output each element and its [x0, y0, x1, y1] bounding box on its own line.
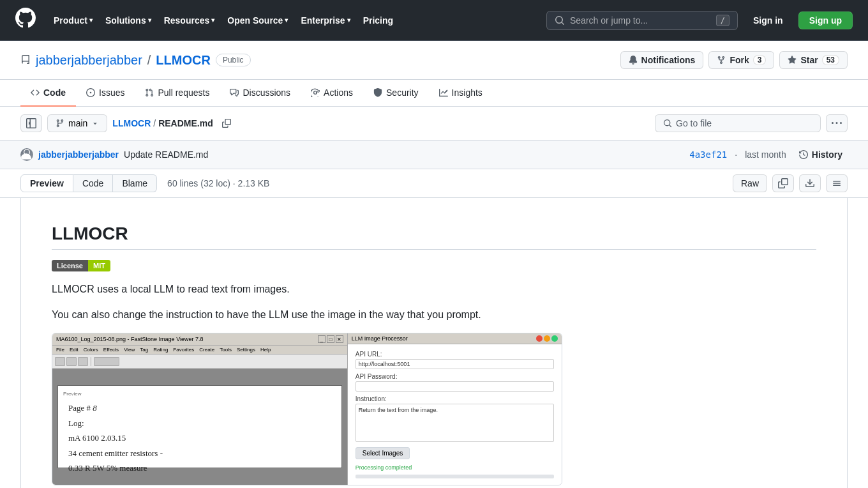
copy-content-icon	[778, 178, 788, 188]
insights-icon	[439, 88, 448, 97]
github-logo[interactable]	[15, 8, 36, 33]
api-password-field[interactable]	[355, 381, 554, 392]
readme-badges: License MIT	[52, 260, 816, 271]
tab-issues[interactable]: Issues	[76, 80, 135, 107]
progress-bar	[355, 475, 554, 478]
nav-item-pricing[interactable]: Pricing	[358, 11, 398, 29]
tab-actions[interactable]: Actions	[301, 80, 363, 107]
tab-security[interactable]: Security	[363, 80, 429, 107]
issues-icon	[86, 88, 95, 97]
repo-icon	[20, 55, 31, 65]
readme-wrapper: LLMOCR License MIT LLMOCR uses a local L…	[20, 198, 848, 488]
signup-button[interactable]: Sign up	[798, 11, 853, 29]
ss-log-line1: mA 6100 2.03.15	[68, 433, 126, 443]
repo-name[interactable]: LLMOCR	[156, 53, 211, 68]
commit-bar: jabberjabberjabber Update README.md 4a3e…	[0, 141, 868, 169]
fork-icon	[717, 56, 726, 65]
search-bar[interactable]: Search or jump to... /	[546, 11, 738, 30]
processing-status: Processing completed	[355, 464, 554, 471]
instruction-textarea[interactable]: Return the text from the image.	[355, 404, 554, 442]
file-meta: 60 lines (32 loc) · 2.13 KB	[167, 178, 269, 188]
copy-path-button[interactable]	[218, 116, 235, 130]
repo-separator: /	[147, 53, 151, 68]
nav-item-solutions[interactable]: Solutions ▾	[100, 11, 156, 29]
image-viewer-menubar: FileEditColorsEffectsViewTagRatingFavori…	[52, 346, 347, 355]
tab-issues-label: Issues	[99, 88, 124, 98]
readme-content: LLMOCR License MIT LLMOCR uses a local L…	[21, 198, 847, 488]
top-nav: Product ▾ Solutions ▾ Resources ▾ Open S…	[0, 0, 868, 41]
nav-enterprise-label: Enterprise	[301, 15, 345, 26]
api-url-value[interactable]: http://localhost:5001	[355, 359, 554, 369]
breadcrumb-root-link[interactable]: LLMOCR	[112, 118, 151, 128]
nav-solutions-chevron: ▾	[148, 17, 151, 24]
search-file-icon	[663, 119, 672, 128]
readme-paragraph-2: You can also change the instruction to h…	[52, 307, 816, 323]
nav-resources-label: Resources	[164, 15, 210, 26]
signin-button[interactable]: Sign in	[745, 12, 791, 29]
goto-file-input[interactable]: Go to file	[655, 114, 821, 132]
image-viewer-content: Preview Page # 8 Log: mA 6100 2.03.15 34…	[52, 369, 347, 485]
star-count: 53	[822, 55, 839, 65]
image-viewer-titlebar: MA6100_Log_2015-08.png - FastStone Image…	[52, 333, 347, 346]
notifications-button[interactable]: Notifications	[620, 51, 704, 69]
more-options-button[interactable]	[826, 114, 848, 132]
fork-button[interactable]: Fork 3	[708, 51, 774, 69]
image-viewer-panel: MA6100_Log_2015-08.png - FastStone Image…	[52, 333, 348, 485]
commit-author-link[interactable]: jabberjabberjabber	[38, 149, 119, 160]
history-label: History	[812, 149, 842, 160]
tab-pullrequests[interactable]: Pull requests	[135, 80, 220, 107]
llm-processor-title: LLM Image Processor	[352, 335, 408, 342]
copy-icon	[222, 119, 231, 128]
nav-product-chevron: ▾	[89, 17, 93, 24]
license-badge[interactable]: License MIT	[52, 260, 110, 271]
commit-right: 4a3ef21 · last month History	[689, 147, 848, 162]
llm-processor-titlebar: LLM Image Processor	[348, 333, 562, 344]
repo-header: jabberjabberjabber / LLMOCR Public Notif…	[0, 41, 868, 80]
raw-button[interactable]: Raw	[733, 174, 767, 192]
copy-content-button[interactable]	[772, 174, 794, 192]
nav-item-enterprise[interactable]: Enterprise ▾	[296, 11, 355, 29]
branch-button[interactable]: main	[47, 114, 107, 132]
nav-resources-chevron: ▾	[211, 17, 214, 24]
image-viewer-toolbar	[52, 355, 347, 369]
tab-code-label: Code	[43, 88, 66, 98]
preview-tab[interactable]: Preview	[20, 174, 73, 192]
ss-log-line3: 0.33 R 5W 5% measure	[68, 463, 147, 473]
search-placeholder: Search or jump to...	[570, 15, 711, 26]
commit-left: jabberjabberjabber Update README.md	[20, 148, 208, 161]
nav-item-resources[interactable]: Resources ▾	[159, 11, 220, 29]
nav-item-product[interactable]: Product ▾	[49, 11, 98, 29]
nav-item-opensource[interactable]: Open Source ▾	[222, 11, 293, 29]
repo-actions: Notifications Fork 3 Star 53	[620, 51, 848, 69]
tab-security-label: Security	[386, 88, 419, 98]
tab-code[interactable]: Code	[20, 80, 76, 107]
history-button[interactable]: History	[794, 147, 848, 162]
branch-name: main	[68, 118, 87, 128]
select-images-button[interactable]: Select Images	[355, 447, 410, 459]
tab-pr-label: Pull requests	[158, 88, 209, 98]
fork-count: 3	[753, 55, 767, 65]
notifications-label: Notifications	[641, 55, 696, 65]
goto-file-placeholder: Go to file	[676, 118, 812, 128]
blame-tab[interactable]: Blame	[113, 174, 157, 192]
sidebar-toggle-icon	[26, 118, 36, 128]
breadcrumb-sep: /	[153, 118, 156, 128]
lines-button[interactable]	[826, 174, 848, 192]
search-icon	[555, 15, 565, 26]
file-nav: main LLMOCR / README.md Go to file	[0, 107, 868, 141]
tab-insights[interactable]: Insights	[429, 80, 493, 107]
download-button[interactable]	[799, 174, 821, 192]
tab-discussions[interactable]: Discussions	[220, 80, 301, 107]
sidebar-toggle-button[interactable]	[20, 114, 42, 132]
badge-mit-part: MIT	[88, 260, 110, 271]
repo-owner[interactable]: jabberjabberjabber	[36, 53, 142, 68]
ss-log-line2: 34 cement emitter resistors -	[68, 448, 163, 458]
commit-hash-link[interactable]: 4a3ef21	[689, 149, 727, 160]
repo-title: jabberjabberjabber / LLMOCR Public	[20, 53, 251, 68]
star-button[interactable]: Star 53	[779, 51, 848, 69]
nav-solutions-label: Solutions	[105, 15, 146, 26]
readme-screenshot: MA6100_Log_2015-08.png - FastStone Image…	[52, 333, 562, 485]
image-viewer-title: MA6100_Log_2015-08.png - FastStone Image…	[56, 336, 204, 342]
code-view-tab[interactable]: Code	[73, 174, 113, 192]
commit-time: last month	[745, 149, 786, 160]
